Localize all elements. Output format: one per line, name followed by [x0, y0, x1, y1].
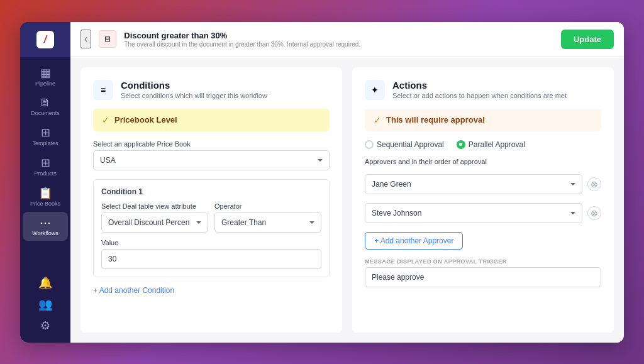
conditions-panel-text: Conditions Select conditions which will …	[121, 80, 267, 99]
sidebar-item-pipeline-label: Pipeline	[35, 80, 55, 87]
pipeline-icon: ▦	[40, 67, 51, 79]
sidebar-item-settings[interactable]: ⚙	[23, 315, 68, 335]
sidebar-bottom: 🔔 👥 ⚙	[23, 272, 68, 343]
price-book-label: Select an applicable Price Book	[93, 140, 330, 148]
approval-type-group: Sequential Approval Parallel Approval	[365, 140, 601, 149]
documents-icon: 🗎	[40, 97, 51, 108]
users-icon: 👥	[38, 299, 52, 310]
approvers-section: Approvers and in their order of approval	[365, 158, 601, 165]
sidebar-item-documents[interactable]: 🗎 Documents	[23, 92, 68, 121]
message-input[interactable]	[365, 267, 601, 287]
workflow-icon-box: ⊟	[99, 30, 116, 48]
header-info: Discount greater than 30% The overall di…	[124, 31, 553, 48]
sequential-radio[interactable]: Sequential Approval	[365, 140, 444, 149]
sidebar-item-pipeline[interactable]: ▦ Pipeline	[23, 62, 68, 91]
approver-1-row: Jane Green Steve Johnson ⊗	[365, 174, 601, 194]
sidebar-item-products[interactable]: ⊞ Products	[23, 152, 68, 181]
content-area: ≡ Conditions Select conditions which wil…	[70, 57, 624, 343]
conditions-title: Conditions	[121, 80, 267, 91]
sidebar-nav: ▦ Pipeline 🗎 Documents ⊞ Templates ⊞ Pro…	[20, 57, 70, 272]
condition-1-box: Condition 1 Select Deal table view attri…	[93, 179, 330, 277]
settings-icon: ⚙	[40, 320, 50, 331]
sidebar-item-notifications[interactable]: 🔔	[23, 272, 68, 292]
pricebook-check-icon: ✓	[102, 115, 109, 125]
message-field: MESSAGE DISPLAYED ON APPROVAL TRIGGER	[365, 258, 601, 287]
sidebar-item-documents-label: Documents	[31, 110, 60, 117]
actions-panel-header: ✦ Actions Select or add actions to happe…	[365, 80, 601, 100]
pricebook-level-row[interactable]: ✓ Pricebook Level	[93, 109, 330, 131]
deal-table-label: Select Deal table view attribute	[101, 202, 208, 210]
approver-2-select[interactable]: Steve Johnson Jane Green	[365, 203, 582, 223]
parallel-radio-label: Parallel Approval	[469, 140, 525, 149]
sidebar-item-users[interactable]: 👥	[23, 294, 68, 314]
sequential-radio-circle	[365, 140, 374, 149]
approvers-label: Approvers and in their order of approval	[365, 158, 601, 165]
pricebook-level-label: Pricebook Level	[114, 115, 177, 124]
logo-mark: /	[36, 31, 54, 48]
sidebar-item-templates[interactable]: ⊞ Templates	[23, 122, 68, 151]
conditions-subtitle: Select conditions which will trigger thi…	[121, 92, 267, 99]
value-label: Value	[101, 239, 321, 246]
value-input[interactable]	[101, 249, 321, 269]
condition-1-title: Condition 1	[101, 187, 321, 196]
templates-icon: ⊞	[41, 127, 50, 138]
add-approver-button[interactable]: + Add another Approver	[365, 232, 463, 250]
approver-2-row: Steve Johnson Jane Green ⊗	[365, 203, 601, 223]
conditions-panel-icon: ≡	[93, 80, 113, 100]
notifications-icon: 🔔	[38, 277, 52, 289]
approval-required-label: This will require approval	[386, 115, 485, 124]
sidebar-item-templates-label: Templates	[32, 140, 58, 147]
sidebar-item-price-books[interactable]: 📋 Price Books	[23, 182, 68, 211]
condition-1-fields: Select Deal table view attribute Overall…	[101, 202, 321, 233]
value-field: Value	[101, 239, 321, 269]
sidebar-item-products-label: Products	[34, 170, 57, 177]
message-label: MESSAGE DISPLAYED ON APPROVAL TRIGGER	[365, 258, 601, 265]
add-condition-button[interactable]: + Add another Condition	[93, 286, 330, 295]
actions-title: Actions	[392, 80, 567, 91]
products-icon: ⊞	[41, 157, 50, 168]
actions-panel-icon: ✦	[365, 80, 385, 100]
parallel-radio-circle	[457, 140, 465, 149]
conditions-icon: ≡	[101, 85, 106, 95]
conditions-panel-header: ≡ Conditions Select conditions which wil…	[93, 80, 330, 100]
price-book-field: Select an applicable Price Book USA Cana…	[93, 140, 330, 170]
sidebar-item-workflows[interactable]: ⋯ Workflows	[23, 212, 68, 241]
back-button[interactable]: ‹	[80, 30, 91, 48]
sidebar-item-workflows-label: Workflows	[32, 230, 58, 237]
deal-table-field: Select Deal table view attribute Overall…	[101, 202, 208, 233]
remove-approver-2-button[interactable]: ⊗	[587, 206, 601, 220]
workflow-header-icon: ⊟	[104, 35, 111, 43]
header-title: Discount greater than 30%	[124, 31, 553, 40]
deal-table-select[interactable]: Overall Discount Percentage Quantity	[101, 212, 208, 233]
price-book-select[interactable]: USA Canada UK	[93, 150, 330, 170]
sidebar: / ▦ Pipeline 🗎 Documents ⊞ Templates ⊞ P…	[20, 22, 70, 343]
approval-check-icon: ✓	[374, 115, 381, 125]
header-bar: ‹ ⊟ Discount greater than 30% The overal…	[70, 22, 624, 57]
operator-field: Operator Greater Than Less Than	[214, 202, 321, 233]
pricebooks-icon: 📋	[38, 187, 52, 199]
header-subtitle: The overall discount in the document in …	[124, 41, 553, 48]
update-button[interactable]: Update	[561, 30, 614, 49]
operator-label: Operator	[214, 202, 321, 210]
approval-required-row[interactable]: ✓ This will require approval	[365, 109, 601, 131]
sequential-radio-label: Sequential Approval	[377, 140, 444, 149]
actions-subtitle: Select or add actions to happen when con…	[392, 92, 567, 99]
remove-approver-1-button[interactable]: ⊗	[587, 177, 601, 191]
workflows-icon: ⋯	[40, 217, 51, 228]
sidebar-item-price-books-label: Price Books	[30, 201, 60, 207]
conditions-panel: ≡ Conditions Select conditions which wil…	[80, 67, 342, 333]
main-content: ‹ ⊟ Discount greater than 30% The overal…	[70, 22, 624, 343]
sidebar-logo: /	[20, 22, 70, 57]
actions-icon: ✦	[371, 85, 379, 95]
operator-select[interactable]: Greater Than Less Than	[214, 212, 321, 233]
approver-1-select[interactable]: Jane Green Steve Johnson	[365, 174, 582, 194]
parallel-radio[interactable]: Parallel Approval	[457, 140, 525, 149]
actions-panel-text: Actions Select or add actions to happen …	[392, 80, 567, 99]
actions-panel: ✦ Actions Select or add actions to happe…	[352, 67, 614, 333]
